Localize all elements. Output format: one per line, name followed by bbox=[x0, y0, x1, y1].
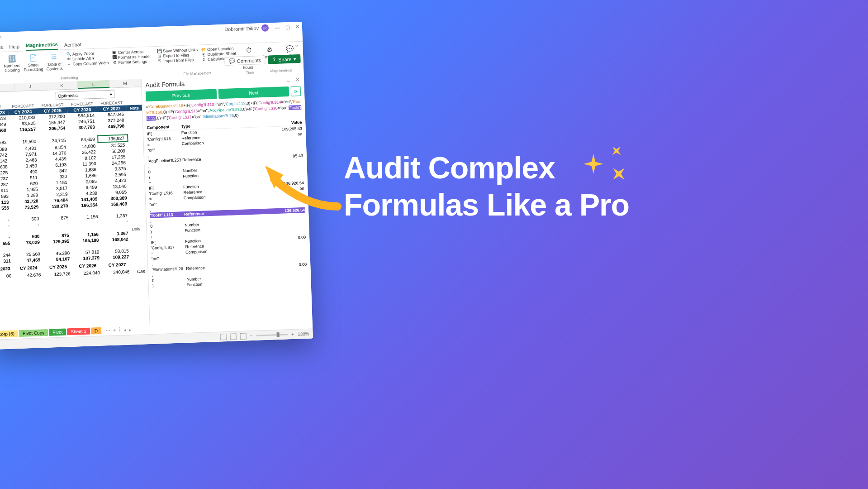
import-files-button[interactable]: ⇱Import from Files bbox=[157, 58, 198, 63]
col-K[interactable]: K bbox=[46, 81, 78, 90]
zoom-in-icon[interactable]: + bbox=[291, 332, 294, 337]
pane-dropdown-icon[interactable]: ⌄ bbox=[286, 77, 292, 84]
col-I[interactable]: I bbox=[0, 83, 15, 92]
debit-label: Debi bbox=[132, 227, 140, 232]
zoom-out-icon[interactable]: − bbox=[250, 333, 252, 338]
share-button[interactable]: ⇪ Share ▾ bbox=[268, 54, 301, 64]
pane-close-icon[interactable]: ✕ bbox=[295, 76, 301, 83]
ribbon-tab-magnimetrics[interactable]: Magnimetrics bbox=[26, 42, 58, 51]
previous-button[interactable]: Previous bbox=[146, 89, 217, 101]
refresh-button[interactable]: ⟳ bbox=[291, 86, 301, 96]
scenario-dropdown[interactable]: Optimistic▾ bbox=[56, 90, 115, 100]
numbers-coloring-button[interactable]: 🔢Numbers Coloring bbox=[2, 53, 23, 78]
copy-col-width-button[interactable]: ↔Copy Column Width bbox=[66, 61, 109, 67]
format-settings-button[interactable]: ⚙Format Settings bbox=[112, 59, 151, 65]
close-icon[interactable]: ✕ bbox=[295, 24, 299, 30]
zoom-level[interactable]: 130% bbox=[298, 331, 309, 337]
spreadsheet[interactable]: IJKLM Optimistic▾ CASTFORECASTFORECASTFO… bbox=[0, 79, 150, 350]
excel-window: Search Dobromir Dikov Do — ▢ ✕ Add-insHe… bbox=[0, 22, 313, 350]
page-break-icon[interactable] bbox=[240, 333, 246, 339]
collapse-ribbon-icon[interactable]: ⌄ bbox=[294, 42, 299, 48]
minimize-icon[interactable]: — bbox=[275, 24, 280, 30]
tab-scroll-left-icon[interactable]: ◂ bbox=[124, 327, 126, 332]
sheet-tab[interactable]: D bbox=[91, 327, 102, 334]
user-area: Dobromir Dikov Do bbox=[224, 24, 269, 33]
tab-scroll-right-icon[interactable]: ▸ bbox=[129, 327, 131, 332]
sheet-tab[interactable]: Sheet 1 bbox=[67, 327, 90, 335]
grid[interactable]: CASTFORECASTFORECASTFORECASTFORECASTCY 2… bbox=[0, 99, 150, 350]
zoom-slider[interactable] bbox=[256, 334, 288, 336]
col-M[interactable]: M bbox=[109, 79, 142, 87]
sheet-tab[interactable]: Pivot bbox=[49, 328, 66, 336]
formula-text: ='CoreBusiness'!L16+IF('Config'!L$10="on… bbox=[146, 99, 302, 122]
ce-button[interactable]: 🧩ce bbox=[0, 54, 1, 79]
sheet-tab[interactable]: Pivot Copy bbox=[19, 329, 48, 336]
ribbon-tab-acrobat[interactable]: Acrobat bbox=[64, 42, 81, 49]
component-list[interactable]: IF(Function109,295.43'Config'!L$15Refere… bbox=[147, 126, 309, 341]
tab-more-icon[interactable]: ⋯ bbox=[106, 328, 110, 333]
ribbon-tab-help[interactable]: Help bbox=[9, 44, 19, 52]
chevron-down-icon: ▾ bbox=[110, 91, 112, 96]
maximize-icon[interactable]: ▢ bbox=[285, 24, 290, 30]
avatar[interactable]: Do bbox=[261, 24, 269, 32]
col-L[interactable]: L bbox=[78, 80, 110, 89]
add-sheet-icon[interactable]: + bbox=[113, 327, 116, 332]
next-button[interactable]: Next bbox=[218, 86, 289, 99]
comments-button[interactable]: 💬 Comments bbox=[225, 56, 266, 66]
col-J[interactable]: J bbox=[14, 82, 47, 91]
sheet-tab[interactable]: Corp (6) bbox=[0, 330, 18, 338]
headline: Audit Complex Formulas Like a Pro bbox=[344, 149, 629, 223]
user-name: Dobromir Dikov bbox=[224, 25, 259, 32]
page-layout-icon[interactable] bbox=[230, 333, 236, 340]
normal-view-icon[interactable] bbox=[220, 334, 226, 340]
sheet-formatting-button[interactable]: 📄Sheet Formatting bbox=[24, 53, 43, 77]
pane-title: Audit Formula bbox=[145, 80, 185, 89]
ribbon-tab-add-ins[interactable]: Add-ins bbox=[0, 44, 3, 52]
headline-line2: Formulas Like a Pro bbox=[344, 187, 629, 224]
audit-formula-pane: Audit Formula ⌄ ✕ Previous Next ⟳ ='Core… bbox=[141, 73, 313, 344]
table-of-contents-button[interactable]: ☰Table of Contents bbox=[44, 52, 65, 77]
headline-line1: Audit Complex bbox=[344, 149, 629, 187]
